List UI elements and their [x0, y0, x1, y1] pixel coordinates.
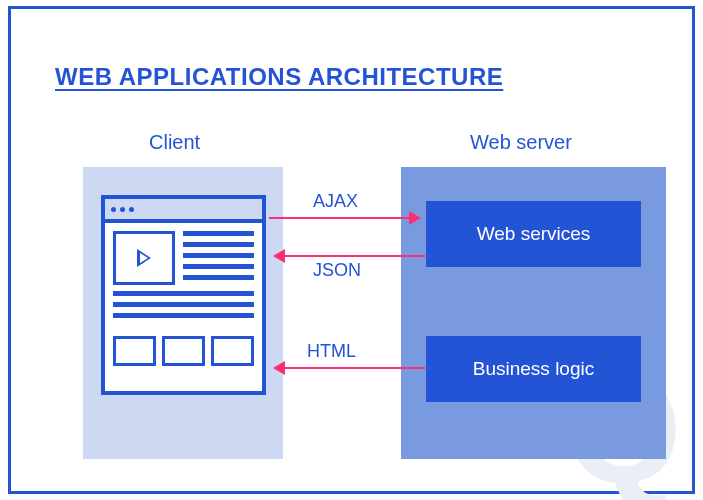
browser-titlebar — [105, 199, 262, 223]
arrow-ajax-icon — [269, 217, 419, 219]
video-placeholder — [113, 231, 175, 285]
text-line — [183, 264, 254, 269]
arrow-label-html: HTML — [307, 341, 356, 362]
diagram-frame: Q WEB APPLICATIONS ARCHITECTURE Client W… — [8, 6, 695, 494]
title-highlight — [55, 89, 503, 97]
diagram-title: WEB APPLICATIONS ARCHITECTURE — [55, 63, 503, 91]
diagram-title-text: WEB APPLICATIONS ARCHITECTURE — [55, 63, 503, 90]
thumbnail — [211, 336, 254, 366]
thumbnail — [162, 336, 205, 366]
text-line — [183, 242, 254, 247]
thumbnail — [113, 336, 156, 366]
arrow-label-ajax: AJAX — [313, 191, 358, 212]
business-logic-box: Business logic — [426, 336, 641, 402]
text-line — [183, 275, 254, 280]
text-line — [183, 231, 254, 236]
arrow-json-icon — [275, 255, 425, 257]
browser-wireframe — [101, 195, 266, 395]
web-services-label: Web services — [477, 223, 591, 245]
window-dot-icon — [129, 207, 134, 212]
browser-body — [105, 223, 262, 374]
window-dot-icon — [111, 207, 116, 212]
text-line — [113, 291, 254, 296]
thumbnail-row — [113, 336, 254, 366]
arrow-label-json: JSON — [313, 260, 361, 281]
business-logic-label: Business logic — [473, 358, 594, 380]
server-column-label: Web server — [470, 131, 572, 154]
arrow-html-icon — [275, 367, 425, 369]
client-column-label: Client — [149, 131, 200, 154]
web-services-box: Web services — [426, 201, 641, 267]
window-dot-icon — [120, 207, 125, 212]
text-line — [113, 313, 254, 318]
play-icon — [137, 249, 151, 267]
text-line — [113, 302, 254, 307]
text-line — [183, 253, 254, 258]
